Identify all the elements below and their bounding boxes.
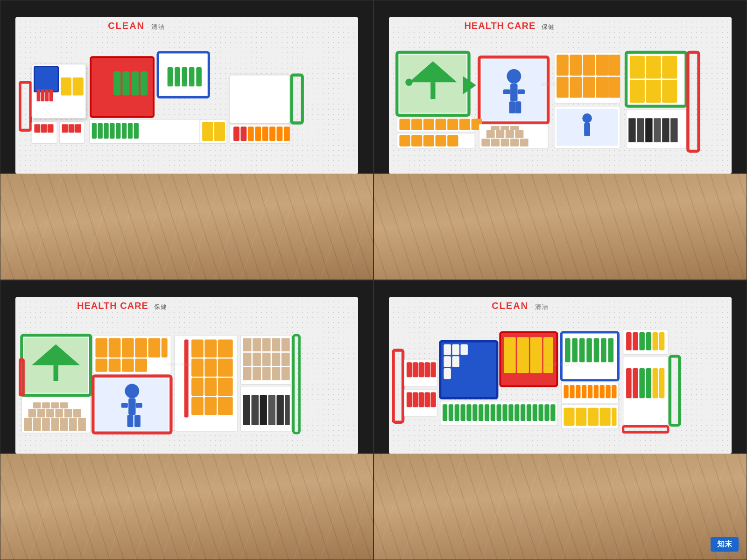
category-label-clean-q4: CLEAN 清洁 [492, 301, 549, 311]
svg-rect-196 [272, 353, 280, 366]
svg-rect-192 [282, 338, 290, 351]
svg-rect-47 [262, 126, 268, 141]
svg-rect-237 [485, 404, 489, 421]
floor-q4 [374, 454, 747, 560]
svg-rect-145 [136, 403, 142, 408]
svg-rect-226 [517, 337, 529, 373]
svg-rect-191 [272, 338, 280, 351]
svg-rect-96 [630, 80, 645, 103]
svg-rect-101 [637, 118, 644, 142]
svg-rect-61 [503, 90, 510, 94]
svg-rect-158 [46, 409, 54, 418]
category-sub-health-q3: 保健 [154, 303, 167, 310]
svg-rect-81 [491, 139, 500, 147]
svg-rect-198 [243, 367, 252, 380]
svg-rect-270 [588, 408, 599, 426]
svg-rect-36 [134, 123, 139, 139]
svg-rect-44 [241, 126, 247, 141]
health-display-unit-q2 [392, 45, 728, 167]
svg-rect-264 [600, 385, 605, 398]
svg-rect-14 [62, 124, 68, 133]
svg-rect-83 [510, 139, 519, 147]
floor-q3 [0, 454, 373, 560]
svg-rect-87 [506, 130, 514, 138]
quadrant-bottom-left: HEALTH CARE 保健 [0, 280, 374, 560]
svg-rect-74 [400, 135, 410, 146]
svg-rect-214 [419, 392, 424, 407]
svg-rect-104 [662, 118, 669, 142]
svg-rect-130 [96, 338, 108, 357]
svg-rect-98 [662, 80, 677, 103]
svg-rect-172 [205, 359, 217, 377]
svg-rect-269 [576, 408, 586, 426]
svg-rect-31 [104, 123, 109, 139]
svg-rect-286 [653, 332, 658, 350]
svg-rect-254 [594, 338, 599, 362]
svg-rect-227 [530, 337, 543, 373]
svg-rect-45 [248, 126, 254, 141]
quadrant-top-right: HEALTH CARE 保健 [374, 0, 747, 280]
svg-rect-235 [472, 404, 477, 421]
svg-rect-152 [51, 418, 59, 431]
svg-rect-132 [122, 338, 134, 357]
svg-rect-200 [262, 367, 271, 380]
svg-rect-6 [49, 90, 53, 102]
svg-rect-102 [645, 118, 652, 142]
svg-rect-159 [56, 409, 63, 418]
svg-rect-261 [582, 385, 586, 398]
svg-rect-248 [550, 404, 555, 421]
svg-rect-151 [42, 418, 50, 431]
category-sub-health-q2: 保健 [542, 23, 555, 30]
svg-rect-173 [218, 359, 233, 377]
svg-rect-283 [633, 332, 638, 350]
svg-rect-131 [109, 338, 121, 357]
svg-rect-76 [423, 135, 434, 146]
svg-rect-113 [557, 77, 569, 98]
clean-display-unit-q4 [392, 325, 728, 447]
svg-rect-262 [588, 385, 592, 398]
svg-rect-204 [394, 350, 403, 422]
svg-rect-279 [659, 368, 665, 398]
category-label-clean: CLEAN 清洁 [108, 21, 165, 31]
svg-rect-266 [612, 385, 616, 398]
svg-rect-160 [64, 409, 72, 418]
svg-rect-193 [243, 353, 252, 366]
svg-rect-89 [491, 126, 500, 130]
svg-rect-39 [214, 122, 225, 141]
svg-rect-48 [269, 126, 275, 141]
svg-rect-43 [233, 126, 240, 141]
svg-rect-221 [444, 356, 451, 367]
svg-rect-147 [134, 415, 141, 427]
svg-rect-194 [253, 353, 261, 366]
svg-rect-242 [514, 404, 519, 421]
svg-rect-215 [425, 392, 430, 407]
svg-rect-86 [496, 130, 505, 138]
svg-rect-246 [539, 404, 543, 421]
svg-rect-100 [628, 118, 635, 142]
svg-rect-201 [272, 367, 280, 380]
svg-rect-137 [109, 359, 121, 372]
svg-rect-170 [218, 340, 233, 358]
svg-rect-150 [33, 418, 41, 431]
svg-rect-241 [508, 404, 513, 421]
svg-rect-167 [184, 340, 189, 418]
svg-rect-236 [479, 404, 483, 421]
svg-rect-285 [646, 332, 652, 350]
svg-rect-32 [110, 123, 115, 139]
svg-rect-287 [659, 332, 665, 350]
svg-rect-60 [510, 84, 517, 102]
wall-q1: CLEAN 清洁 [15, 17, 358, 174]
svg-rect-70 [447, 119, 458, 130]
svg-rect-93 [630, 56, 645, 79]
svg-rect-186 [285, 395, 290, 425]
svg-rect-112 [608, 55, 620, 76]
svg-point-120 [583, 113, 592, 123]
svg-rect-128 [20, 393, 24, 395]
svg-rect-34 [122, 123, 127, 139]
svg-rect-256 [608, 338, 614, 362]
category-sub-clean: 清洁 [151, 23, 165, 30]
svg-rect-78 [447, 135, 458, 146]
svg-rect-233 [461, 404, 465, 421]
svg-rect-156 [28, 409, 36, 418]
svg-rect-114 [570, 77, 582, 98]
